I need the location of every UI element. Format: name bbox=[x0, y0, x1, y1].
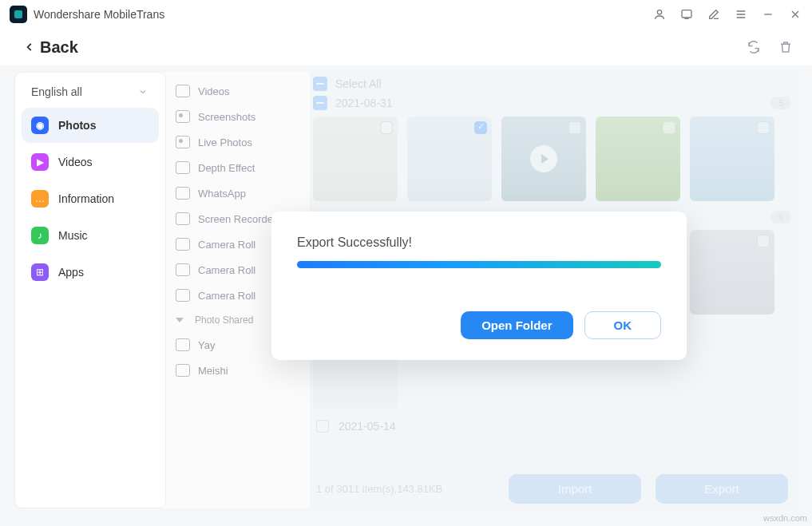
folder-icon bbox=[176, 187, 190, 200]
thumb-checkbox[interactable] bbox=[757, 235, 770, 247]
music-icon: ♪ bbox=[31, 227, 49, 244]
watermark: wsxdn.com bbox=[763, 513, 807, 523]
folder-icon bbox=[176, 364, 190, 377]
date-group-row-3: 2021-05-14 bbox=[313, 412, 791, 436]
select-all-label: Select All bbox=[335, 77, 382, 90]
language-label: English all bbox=[31, 85, 82, 98]
minimize-icon[interactable] bbox=[761, 7, 775, 22]
videos-icon: ▶ bbox=[31, 153, 49, 171]
select-all-checkbox[interactable] bbox=[313, 77, 327, 91]
folder-icon bbox=[176, 238, 190, 251]
sidebar-item-label: Music bbox=[58, 229, 88, 242]
refresh-icon[interactable] bbox=[747, 40, 761, 54]
group-date: 2021-08-31 bbox=[335, 97, 393, 109]
album-item-screenshots[interactable]: Screenshots bbox=[166, 104, 310, 129]
group-count-badge: 9 bbox=[770, 211, 791, 223]
titlebar: Wondershare MobileTrans bbox=[0, 0, 812, 29]
sidebar-item-videos[interactable]: ▶ Videos bbox=[22, 144, 159, 180]
thumbnail[interactable] bbox=[313, 117, 398, 201]
thumb-checkbox[interactable] bbox=[568, 121, 581, 134]
thumbnail-grid bbox=[313, 113, 791, 204]
sidebar-item-photos[interactable]: ◉ Photos bbox=[22, 108, 159, 143]
chevron-down-icon bbox=[176, 318, 184, 322]
menu-icon[interactable] bbox=[734, 7, 748, 22]
footer: 1 of 3011 item(s),143.81KB Import Export bbox=[313, 468, 791, 505]
close-icon[interactable] bbox=[788, 7, 802, 22]
svg-point-0 bbox=[657, 10, 661, 14]
ok-button[interactable]: OK bbox=[584, 311, 662, 339]
thumbnail[interactable] bbox=[501, 117, 586, 201]
select-all-row: Select All bbox=[313, 75, 791, 94]
svg-rect-1 bbox=[682, 10, 691, 18]
back-label: Back bbox=[40, 38, 78, 57]
album-label: Videos bbox=[198, 85, 230, 97]
export-button[interactable]: Export bbox=[656, 474, 788, 504]
thumb-checkbox[interactable] bbox=[474, 121, 487, 134]
sidebar: English all ◉ Photos ▶ Videos … Informat… bbox=[14, 72, 166, 508]
group-date-2: 2021-05-14 bbox=[339, 420, 396, 433]
edit-icon[interactable] bbox=[707, 7, 721, 22]
album-label: WhatsApp bbox=[198, 188, 246, 200]
album-label: Live Photos bbox=[198, 136, 252, 148]
album-label: Camera Roll bbox=[198, 239, 255, 251]
album-item-videos[interactable]: Videos bbox=[166, 78, 310, 104]
app-title: Wondershare MobileTrans bbox=[34, 8, 164, 21]
album-item-meishi[interactable]: Meishi bbox=[166, 358, 310, 383]
album-label: Meishi bbox=[198, 365, 228, 377]
album-item-live-photos[interactable]: Live Photos bbox=[166, 129, 310, 155]
apps-icon: ⊞ bbox=[31, 263, 49, 281]
thumbnail[interactable] bbox=[596, 117, 680, 201]
play-icon bbox=[530, 145, 557, 172]
sidebar-item-music[interactable]: ♪ Music bbox=[22, 218, 159, 253]
group-checkbox-2[interactable] bbox=[316, 420, 329, 433]
album-label: Screen Recorder bbox=[198, 213, 276, 225]
modal-message: Export Successfully! bbox=[297, 235, 661, 250]
sidebar-item-apps[interactable]: ⊞ Apps bbox=[22, 255, 159, 290]
album-item-whatsapp[interactable]: WhatsApp bbox=[166, 180, 310, 206]
folder-icon bbox=[176, 136, 190, 148]
sidebar-item-label: Information bbox=[58, 192, 114, 205]
info-icon: … bbox=[31, 190, 49, 208]
sidebar-item-label: Apps bbox=[58, 266, 84, 279]
folder-icon bbox=[176, 161, 190, 174]
feedback-icon[interactable] bbox=[679, 7, 694, 22]
date-group-row: 2021-08-31 5 bbox=[313, 94, 791, 113]
folder-icon bbox=[176, 263, 190, 276]
album-label: Camera Roll bbox=[198, 264, 255, 276]
folder-icon bbox=[176, 289, 190, 302]
open-folder-button[interactable]: Open Folder bbox=[461, 311, 572, 339]
thumbnail[interactable] bbox=[690, 117, 774, 201]
progress-bar bbox=[297, 261, 661, 268]
album-item-depth-effect[interactable]: Depth Effect bbox=[166, 155, 310, 180]
thumb-checkbox[interactable] bbox=[757, 121, 770, 134]
trash-icon[interactable] bbox=[778, 40, 793, 54]
album-label: Screenshots bbox=[198, 111, 255, 123]
import-button[interactable]: Import bbox=[509, 474, 641, 504]
folder-icon bbox=[176, 85, 190, 97]
group-checkbox[interactable] bbox=[313, 96, 327, 110]
thumbnail[interactable] bbox=[407, 117, 492, 201]
back-button[interactable]: Back bbox=[24, 38, 78, 57]
sidebar-item-label: Photos bbox=[58, 119, 96, 132]
folder-icon bbox=[176, 212, 190, 225]
album-label: Depth Effect bbox=[198, 162, 255, 174]
thumb-checkbox[interactable] bbox=[663, 121, 675, 134]
language-select[interactable]: English all bbox=[22, 81, 159, 106]
folder-icon bbox=[176, 338, 190, 351]
thumbnail[interactable] bbox=[690, 230, 774, 314]
album-label: Yay bbox=[198, 339, 215, 351]
chevron-down-icon bbox=[138, 87, 148, 97]
group-count-badge: 5 bbox=[770, 97, 791, 109]
photos-icon: ◉ bbox=[31, 117, 49, 134]
shared-label: Photo Shared bbox=[195, 314, 253, 326]
account-icon[interactable] bbox=[652, 7, 667, 22]
thumb-checkbox[interactable] bbox=[380, 121, 393, 134]
album-label: Camera Roll bbox=[198, 290, 255, 302]
status-text: 1 of 3011 item(s),143.81KB bbox=[316, 483, 442, 495]
folder-icon bbox=[176, 110, 190, 123]
sidebar-item-label: Videos bbox=[58, 156, 93, 168]
export-success-modal: Export Successfully! Open Folder OK bbox=[271, 212, 687, 360]
sidebar-item-information[interactable]: … Information bbox=[22, 181, 159, 216]
app-logo bbox=[10, 6, 27, 23]
backbar: Back bbox=[0, 29, 812, 65]
